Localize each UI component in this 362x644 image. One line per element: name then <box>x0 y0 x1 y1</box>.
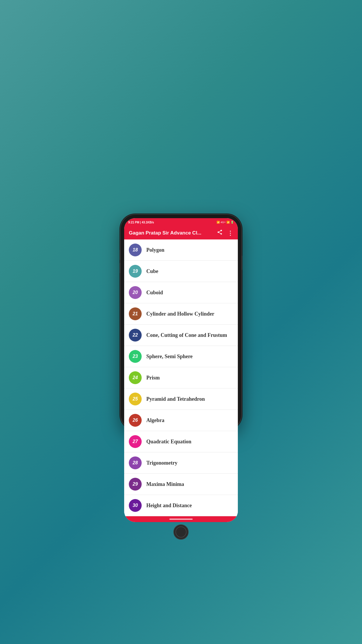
list-item[interactable]: 18Polygon <box>124 239 238 261</box>
chapter-number-badge: 18 <box>129 244 142 256</box>
bottom-indicator <box>169 519 193 520</box>
chapter-number-badge: 28 <box>129 456 142 469</box>
list-item[interactable]: 23Sphere, Semi Sphere <box>124 346 238 367</box>
list-item[interactable]: 27Quadratic Equation <box>124 431 238 452</box>
chapter-number-badge: 22 <box>129 329 142 342</box>
home-button[interactable] <box>173 524 189 540</box>
chapter-label: Cylinder and Hollow Cylinder <box>146 311 214 317</box>
chapter-number-badge: 25 <box>129 393 142 405</box>
list-item[interactable]: 21Cylinder and Hollow Cylinder <box>124 303 238 325</box>
chapter-label: Pyramid and Tetrahedron <box>146 396 205 402</box>
chapter-number-badge: 19 <box>129 265 142 278</box>
chapter-label: Cuboid <box>146 290 163 296</box>
data-icon: 4G+ <box>221 221 226 224</box>
list-item[interactable]: 22Cone, Cutting of Cone and Frustum <box>124 325 238 346</box>
phone-screen: 9:21 PM | 43.1KB/s 📶 4G+ 📶 🔋 Gagan Prata… <box>124 218 238 522</box>
app-title: Gagan Pratap Sir Advance Cl... <box>129 230 217 236</box>
header-actions: ⋮ <box>217 229 233 237</box>
power-button <box>241 256 242 270</box>
phone-body: 9:21 PM | 43.1KB/s 📶 4G+ 📶 🔋 Gagan Prata… <box>124 218 238 542</box>
bottom-bar <box>124 516 238 522</box>
chapter-label: Maxima Minima <box>146 481 184 487</box>
chapter-label: Cube <box>146 268 158 274</box>
chapter-list: 18Polygon19Cube20Cuboid21Cylinder and Ho… <box>124 239 238 516</box>
chapter-label: Height and Distance <box>146 503 192 509</box>
status-time: 9:21 PM | 43.1KB/s <box>128 221 154 224</box>
chapter-number-badge: 26 <box>129 414 142 427</box>
chapter-label: Cone, Cutting of Cone and Frustum <box>146 332 227 338</box>
list-item[interactable]: 29Maxima Minima <box>124 474 238 495</box>
share-button[interactable] <box>217 229 223 237</box>
list-item[interactable]: 25Pyramid and Tetrahedron <box>124 388 238 410</box>
list-item[interactable]: 24Prism <box>124 367 238 388</box>
wifi-icon: 📶 <box>217 221 220 224</box>
chapter-number-badge: 27 <box>129 435 142 448</box>
volume-up-button <box>120 250 121 260</box>
chapter-number-badge: 30 <box>129 499 142 512</box>
list-item[interactable]: 20Cuboid <box>124 282 238 303</box>
chapter-label: Algebra <box>146 417 164 424</box>
signal-icon: 📶 <box>226 221 230 224</box>
chapter-number-badge: 21 <box>129 307 142 320</box>
chapter-label: Quadratic Equation <box>146 439 191 445</box>
chapter-label: Sphere, Semi Sphere <box>146 354 193 360</box>
chapter-label: Trigonometry <box>146 460 178 466</box>
phone-frame: 9:21 PM | 43.1KB/s 📶 4G+ 📶 🔋 Gagan Prata… <box>121 215 241 429</box>
list-item[interactable]: 28Trigonometry <box>124 452 238 474</box>
chapter-number-badge: 23 <box>129 350 142 363</box>
volume-down-button <box>120 263 121 273</box>
status-bar: 9:21 PM | 43.1KB/s 📶 4G+ 📶 🔋 <box>124 218 238 226</box>
list-item[interactable]: 30Height and Distance <box>124 495 238 516</box>
home-button-inner <box>175 526 187 538</box>
more-options-button[interactable]: ⋮ <box>227 230 233 237</box>
chapter-number-badge: 24 <box>129 371 142 384</box>
app-header: Gagan Pratap Sir Advance Cl... ⋮ <box>124 226 238 239</box>
status-icons: 📶 4G+ 📶 🔋 <box>217 221 234 224</box>
chapter-number-badge: 29 <box>129 478 142 491</box>
battery-icon: 🔋 <box>231 221 234 224</box>
list-item[interactable]: 19Cube <box>124 261 238 282</box>
chapter-label: Prism <box>146 375 160 381</box>
chapter-label: Polygon <box>146 247 164 253</box>
chapter-number-badge: 20 <box>129 286 142 299</box>
list-item[interactable]: 26Algebra <box>124 410 238 431</box>
